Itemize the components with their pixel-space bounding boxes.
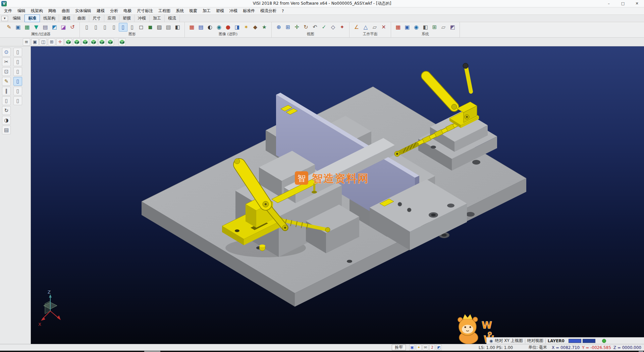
selection-mode-1-icon[interactable]: ▯ <box>13 48 22 56</box>
display-style-3-icon[interactable]: ▯ <box>101 23 109 32</box>
tab-dropdown-button[interactable]: ▼ <box>1 16 8 21</box>
snapshot-icon[interactable]: ◉ <box>215 23 223 32</box>
section-display-icon[interactable]: ◧ <box>173 23 182 32</box>
layer-manager-icon[interactable]: ▤ <box>2 126 11 134</box>
lighting-icon[interactable]: ✶ <box>242 23 251 32</box>
material-icon[interactable]: ◆ <box>251 23 260 32</box>
ghost-display-icon[interactable]: ▧ <box>164 23 173 32</box>
display-style-2-icon[interactable]: ▯ <box>92 23 100 32</box>
menu-item-模流分析[interactable]: 模流分析 <box>258 7 279 14</box>
close-button[interactable]: ✕ <box>630 0 644 7</box>
layer-swatch-1[interactable] <box>569 339 581 343</box>
grid-toggle-icon[interactable]: ▣ <box>409 345 415 350</box>
maximize-button[interactable]: □ <box>616 0 630 7</box>
workplane-reset-icon[interactable]: ✕ <box>379 23 388 32</box>
view-search-icon[interactable]: ◉ <box>489 339 493 343</box>
menu-item-冲模[interactable]: 冲模 <box>227 7 240 14</box>
menu-item-线架构[interactable]: 线架构 <box>28 7 46 14</box>
tab-线架构[interactable]: 线架构 <box>40 15 59 22</box>
snap-count-badge[interactable]: 2 <box>429 345 435 350</box>
lock-toggle-button[interactable]: 拴牢 <box>392 345 406 350</box>
pan-view-icon[interactable]: ✛ <box>292 23 301 32</box>
color-palette-icon[interactable]: ▦ <box>394 23 402 32</box>
rotate-view-icon[interactable]: ↻ <box>302 23 310 32</box>
view-mode-label[interactable]: 绝对 XY 上视图 <box>495 338 523 344</box>
selection-filter-icon[interactable]: ▼ <box>32 23 41 32</box>
refresh-view-icon[interactable]: ✦ <box>338 23 346 32</box>
menu-item-标准件[interactable]: 标准件 <box>240 7 258 14</box>
tab-编辑[interactable]: 编辑 <box>9 15 24 22</box>
view-top-icon[interactable] <box>73 38 80 46</box>
menu-item-建模[interactable]: 建模 <box>94 7 107 14</box>
view-right-icon[interactable] <box>98 38 106 46</box>
trim-icon[interactable]: ✂ <box>2 57 11 66</box>
menu-item-尺寸标注[interactable]: 尺寸标注 <box>134 7 156 14</box>
workplane-flat-icon[interactable]: ▱ <box>370 23 379 32</box>
shaded-display-icon[interactable]: ◼ <box>146 23 155 32</box>
menu-item-编辑[interactable]: 编辑 <box>15 7 28 14</box>
viewbar-menu-icon[interactable]: ≡ <box>23 38 30 46</box>
reset-filter-icon[interactable]: ↺ <box>68 23 77 32</box>
tab-标准[interactable]: 标准 <box>24 14 40 22</box>
menu-item-?[interactable]: ? <box>279 8 286 14</box>
cad-canvas[interactable]: 智 智造资料网 Z X <box>31 46 644 344</box>
color-filter-icon[interactable]: ▦ <box>23 23 32 32</box>
tab-建模[interactable]: 建模 <box>59 15 74 22</box>
menu-item-工程图[interactable]: 工程图 <box>156 7 173 14</box>
display-settings-icon[interactable]: ▣ <box>403 23 412 32</box>
viewbar-split-window-icon[interactable]: ◫ <box>40 38 47 46</box>
workplane-face-icon[interactable]: △ <box>361 23 370 32</box>
tab-尺寸[interactable]: 尺寸 <box>89 15 104 22</box>
rotate-tool-icon[interactable]: ↻ <box>2 106 11 115</box>
menu-item-文件[interactable]: 文件 <box>1 7 15 14</box>
active-layer-label[interactable]: LAYER0 <box>548 339 565 343</box>
layer-swatch-2[interactable] <box>583 339 595 343</box>
viewbar-single-window-icon[interactable]: ▣ <box>31 38 39 46</box>
record-animation-icon[interactable]: ● <box>224 23 232 32</box>
shadow-toggle-icon[interactable]: ◐ <box>206 23 214 32</box>
workplane-angle-icon[interactable]: ∠ <box>352 23 361 32</box>
wireframe-display-icon[interactable]: ◻ <box>137 23 146 32</box>
view-left-icon[interactable] <box>90 38 97 46</box>
mail-status-icon[interactable]: ✉ <box>423 345 428 350</box>
background-color-icon[interactable]: ◨ <box>233 23 241 32</box>
selection-mode-6-icon[interactable]: ▯ <box>13 96 22 105</box>
shading-tool-icon[interactable]: ◑ <box>2 116 11 125</box>
menu-item-网格[interactable]: 网格 <box>46 7 59 14</box>
selection-mode-3-icon[interactable]: ▯ <box>13 67 22 76</box>
menu-item-系统[interactable]: 系统 <box>173 7 186 14</box>
menu-item-实体编辑[interactable]: 实体编辑 <box>72 7 94 14</box>
zoom-window-icon[interactable]: ⊞ <box>283 23 292 32</box>
view-back-icon[interactable] <box>107 38 114 46</box>
texture-map-icon[interactable]: ▤ <box>197 23 205 32</box>
parallel-icon[interactable]: ∥ <box>2 87 11 95</box>
advanced-render-icon[interactable]: ★ <box>260 23 269 32</box>
view-front-icon[interactable] <box>82 38 89 46</box>
viewport[interactable]: 智 智造资料网 Z X <box>31 46 644 344</box>
perspective-grid-icon[interactable]: ▱ <box>439 23 448 32</box>
sketch-icon[interactable]: ✎ <box>2 77 11 86</box>
display-style-1-icon[interactable]: ▯ <box>83 23 91 32</box>
view-dimetric-icon[interactable] <box>118 38 126 46</box>
viewbar-axis-icon[interactable]: ✛ <box>56 38 64 46</box>
connection-status-icon[interactable] <box>602 339 606 343</box>
world-settings-icon[interactable]: ◉ <box>412 23 421 32</box>
axonometric-view-icon[interactable]: ◇ <box>329 23 337 32</box>
hidden-line-icon[interactable]: ▨ <box>155 23 164 32</box>
snap-settings-icon[interactable]: ⊡ <box>2 67 11 76</box>
render-grid-icon[interactable]: ▦ <box>187 23 196 32</box>
selection-mode-5-icon[interactable]: ▯ <box>13 87 22 95</box>
viewbar-grid-window-icon[interactable]: ⊞ <box>48 38 55 46</box>
previous-view-icon[interactable]: ↶ <box>311 23 319 32</box>
quick-select-icon[interactable]: ◩ <box>50 23 59 32</box>
window-split-icon[interactable]: ◧ <box>421 23 430 32</box>
tab-模流[interactable]: 模流 <box>165 15 180 22</box>
mask-filter-icon[interactable]: ◪ <box>59 23 68 32</box>
display-style-6-icon[interactable]: ▯ <box>128 23 137 32</box>
selection-mode-2-icon[interactable]: ▯ <box>13 57 22 66</box>
menu-item-加工[interactable]: 加工 <box>200 7 213 14</box>
zoom-extents-icon[interactable]: ⊕ <box>274 23 283 32</box>
modify-attributes-icon[interactable]: ✎ <box>5 23 13 32</box>
display-style-4-icon[interactable]: ▯ <box>110 23 118 32</box>
menu-item-塑模[interactable]: 塑模 <box>213 7 227 14</box>
